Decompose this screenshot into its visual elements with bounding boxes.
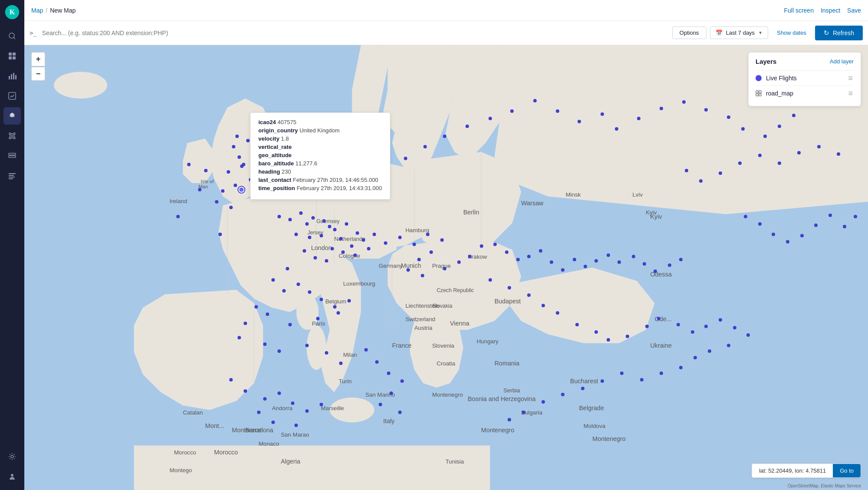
svg-text:Guernsey: Guernsey bbox=[317, 218, 340, 224]
sidebar-item-canvas[interactable] bbox=[3, 87, 21, 105]
svg-text:Montego: Montego bbox=[169, 467, 192, 474]
svg-text:Belgium: Belgium bbox=[325, 298, 346, 305]
svg-text:Jersey: Jersey bbox=[307, 230, 323, 236]
attribution-text: OpenStreetMap, Elastic Maps Service bbox=[788, 483, 861, 488]
zoom-out-button[interactable]: − bbox=[31, 67, 45, 81]
layers-title: Layers bbox=[756, 58, 776, 65]
sidebar-item-maps[interactable] bbox=[3, 107, 21, 125]
road-map-grid-icon bbox=[756, 90, 762, 96]
svg-rect-30 bbox=[9, 178, 13, 179]
sidebar-item-dashboard[interactable] bbox=[3, 47, 21, 65]
time-range-selector[interactable]: 📅 Last 7 days ▼ bbox=[710, 26, 768, 39]
lat-value: 52.20449 bbox=[768, 467, 792, 474]
add-layer-button[interactable]: Add layer bbox=[830, 58, 854, 65]
svg-point-2 bbox=[9, 33, 14, 38]
svg-text:Ukraine: Ukraine bbox=[650, 342, 671, 349]
full-screen-button[interactable]: Full screen bbox=[784, 7, 813, 14]
lat-label: lat: bbox=[759, 467, 766, 474]
live-flights-dot-icon bbox=[756, 75, 762, 81]
svg-text:Kyiv: Kyiv bbox=[650, 213, 662, 220]
heading-value: 230 bbox=[281, 168, 291, 175]
refresh-label: Refresh bbox=[833, 30, 854, 36]
breadcrumb-separator: / bbox=[46, 7, 47, 14]
svg-rect-23 bbox=[9, 153, 16, 155]
tooltip-baro-altitude: baro_altitude 11,277.6 bbox=[258, 160, 382, 167]
svg-text:Hungary: Hungary bbox=[477, 338, 499, 345]
save-button[interactable]: Save bbox=[847, 7, 861, 14]
svg-text:Turin: Turin bbox=[339, 378, 352, 385]
svg-point-17 bbox=[13, 137, 15, 139]
svg-text:Odessa: Odessa bbox=[650, 271, 671, 278]
sidebar-item-ml[interactable] bbox=[3, 127, 21, 145]
svg-text:Italy: Italy bbox=[383, 418, 395, 424]
svg-text:Montserrat: Montserrat bbox=[232, 427, 262, 434]
svg-text:Austria: Austria bbox=[414, 325, 432, 331]
svg-text:Serbia: Serbia bbox=[503, 387, 520, 394]
svg-text:Berlin: Berlin bbox=[463, 209, 479, 216]
layer-menu-icon[interactable]: ≡ bbox=[848, 74, 854, 82]
icao24-value: 407575 bbox=[277, 119, 296, 125]
svg-point-36 bbox=[307, 326, 326, 370]
layer-item-live-flights[interactable]: Live Flights ≡ bbox=[756, 70, 854, 86]
zoom-in-button[interactable]: + bbox=[31, 52, 45, 66]
refresh-button[interactable]: ↻ Refresh bbox=[815, 26, 863, 40]
sidebar-item-settings[interactable] bbox=[3, 448, 21, 465]
app-logo[interactable]: K bbox=[3, 3, 21, 21]
tooltip-time-position: time_position February 27th 2019, 14:43:… bbox=[258, 185, 382, 191]
sidebar: K bbox=[0, 0, 24, 490]
svg-text:Prague: Prague bbox=[432, 263, 451, 269]
map-area[interactable]: London Hamburg Berlin Warsaw Minsk Lviv … bbox=[24, 45, 868, 490]
road-map-menu-icon[interactable]: ≡ bbox=[848, 89, 854, 97]
svg-text:France: France bbox=[392, 342, 412, 349]
svg-rect-27 bbox=[9, 173, 16, 174]
svg-text:San Marao: San Marao bbox=[281, 431, 309, 438]
breadcrumb: Map / New Map bbox=[31, 7, 76, 14]
svg-point-18 bbox=[11, 135, 13, 137]
svg-text:Germany: Germany bbox=[379, 263, 403, 269]
flight-tooltip: icao24 407575 origin_country United King… bbox=[250, 112, 390, 200]
svg-point-32 bbox=[11, 474, 13, 477]
layer-item-road-map[interactable]: road_map ≡ bbox=[756, 86, 854, 101]
inspect-button[interactable]: Inspect bbox=[821, 7, 840, 14]
tooltip-heading: heading 230 bbox=[258, 168, 382, 175]
svg-point-15 bbox=[13, 133, 15, 135]
map-background: London Hamburg Berlin Warsaw Minsk Lviv … bbox=[24, 45, 868, 490]
velocity-label: velocity bbox=[258, 135, 279, 142]
svg-text:Morocco: Morocco bbox=[174, 449, 196, 456]
svg-rect-6 bbox=[13, 56, 16, 59]
svg-rect-111 bbox=[756, 94, 758, 96]
svg-text:Bucharest: Bucharest bbox=[570, 378, 598, 385]
time-position-value: February 27th 2019, 14:43:31.000 bbox=[297, 185, 382, 191]
velocity-value: 1.8 bbox=[281, 135, 289, 142]
breadcrumb-parent[interactable]: Map bbox=[31, 7, 43, 14]
svg-text:Moldova: Moldova bbox=[584, 423, 606, 429]
baro-altitude-value: 11,277.6 bbox=[295, 160, 317, 167]
search-prompt-icon: >_ bbox=[30, 30, 37, 36]
search-options-button[interactable]: Options bbox=[672, 26, 706, 39]
svg-rect-3 bbox=[9, 53, 12, 56]
svg-rect-109 bbox=[756, 91, 758, 93]
svg-text:Algeria: Algeria bbox=[281, 458, 300, 465]
sidebar-item-user[interactable] bbox=[3, 468, 21, 485]
svg-rect-7 bbox=[9, 76, 10, 79]
svg-text:Andorra: Andorra bbox=[272, 405, 293, 411]
svg-text:Montenegro: Montenegro bbox=[481, 427, 515, 434]
sidebar-item-logs[interactable] bbox=[3, 167, 21, 184]
svg-rect-5 bbox=[9, 56, 12, 59]
refresh-icon: ↻ bbox=[824, 29, 829, 37]
show-dates-button[interactable]: Show dates bbox=[772, 27, 812, 39]
selected-flight-dot[interactable] bbox=[238, 187, 244, 193]
geo-altitude-label: geo_altitude bbox=[258, 152, 292, 158]
sidebar-item-visualize[interactable] bbox=[3, 67, 21, 85]
svg-rect-29 bbox=[9, 177, 15, 178]
svg-text:Man: Man bbox=[198, 184, 208, 189]
search-input[interactable] bbox=[42, 30, 669, 36]
svg-text:Paris: Paris bbox=[312, 320, 325, 327]
svg-text:Tunisia: Tunisia bbox=[446, 458, 464, 465]
goto-button[interactable]: Go to bbox=[833, 464, 861, 477]
layers-header: Layers Add layer bbox=[756, 58, 854, 65]
lon-label: lon: bbox=[795, 467, 804, 474]
sidebar-item-discover[interactable] bbox=[3, 27, 21, 45]
sidebar-item-infrastructure[interactable] bbox=[3, 147, 21, 164]
svg-text:Netherlands: Netherlands bbox=[334, 236, 366, 242]
